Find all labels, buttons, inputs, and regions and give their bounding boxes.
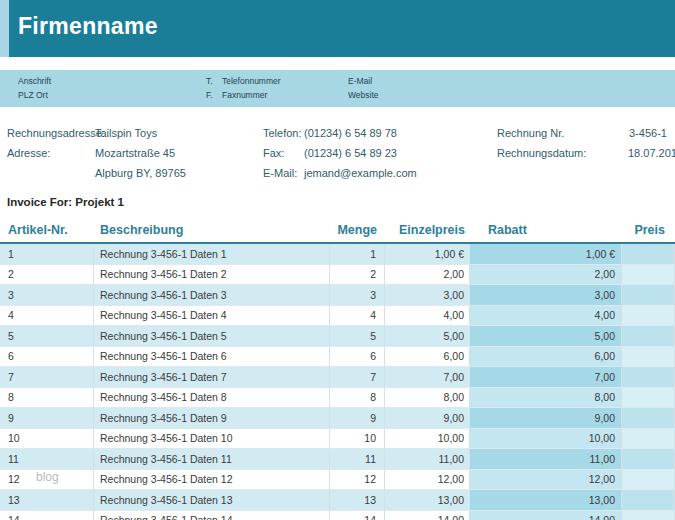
cell-einzelpreis[interactable]: 2,00 xyxy=(385,265,470,286)
cell-nr[interactable]: 4 xyxy=(0,306,94,327)
cell-einzelpreis[interactable]: 10,00 xyxy=(385,429,470,450)
cell-einzelpreis[interactable]: 5,00 xyxy=(385,326,470,347)
cell-preis[interactable] xyxy=(622,511,675,520)
table-row: 6Rechnung 3-456-1 Daten 666,006,00 xyxy=(0,347,675,368)
cell-desc[interactable]: Rechnung 3-456-1 Daten 3 xyxy=(94,285,330,306)
col-header-einzelpreis[interactable]: Einzelpreis xyxy=(385,217,470,242)
cell-preis[interactable] xyxy=(622,490,675,511)
col-header-rabatt[interactable]: Rabatt xyxy=(470,217,622,242)
phone-value: (01234) 6 54 89 78 xyxy=(304,127,397,139)
cell-desc[interactable]: Rechnung 3-456-1 Daten 7 xyxy=(94,367,330,388)
cell-desc[interactable]: Rechnung 3-456-1 Daten 6 xyxy=(94,347,330,368)
address-label: Adresse: xyxy=(7,147,50,159)
cell-menge[interactable]: 10 xyxy=(330,429,385,450)
cell-menge[interactable]: 5 xyxy=(330,326,385,347)
cell-rabatt[interactable]: 10,00 xyxy=(470,429,622,450)
cell-nr[interactable]: 13 xyxy=(0,490,94,511)
cell-preis[interactable] xyxy=(622,326,675,347)
cell-rabatt[interactable]: 3,00 xyxy=(470,285,622,306)
cell-nr[interactable]: 14 xyxy=(0,511,94,520)
cell-nr[interactable]: 5 xyxy=(0,326,94,347)
cell-menge[interactable]: 3 xyxy=(330,285,385,306)
cell-desc[interactable]: Rechnung 3-456-1 Daten 10 xyxy=(94,429,330,450)
cell-preis[interactable] xyxy=(622,388,675,409)
cell-preis[interactable] xyxy=(622,449,675,470)
billing-address-value: Tailspin Toys xyxy=(95,127,157,139)
cell-nr[interactable]: 9 xyxy=(0,408,94,429)
col-header-beschreibung[interactable]: Beschreibung xyxy=(94,217,330,242)
cell-nr[interactable]: 8 xyxy=(0,388,94,409)
cell-menge[interactable]: 14 xyxy=(330,511,385,520)
cell-desc[interactable]: Rechnung 3-456-1 Daten 14 xyxy=(94,511,330,520)
cell-menge[interactable]: 11 xyxy=(330,449,385,470)
cell-desc[interactable]: Rechnung 3-456-1 Daten 2 xyxy=(94,265,330,286)
cell-einzelpreis[interactable]: 6,00 xyxy=(385,347,470,368)
cell-menge[interactable]: 6 xyxy=(330,347,385,368)
cell-nr[interactable]: 1 xyxy=(0,244,94,265)
cell-preis[interactable] xyxy=(622,470,675,491)
cell-einzelpreis[interactable]: 12,00 xyxy=(385,470,470,491)
cell-nr[interactable]: 6 xyxy=(0,347,94,368)
cell-rabatt[interactable]: 9,00 xyxy=(470,408,622,429)
cell-rabatt[interactable]: 14,00 xyxy=(470,511,622,520)
cell-menge[interactable]: 9 xyxy=(330,408,385,429)
band-phone-prefix: T. xyxy=(206,76,213,86)
cell-preis[interactable] xyxy=(622,408,675,429)
cell-preis[interactable] xyxy=(622,285,675,306)
band-email-label: E-Mail xyxy=(348,76,372,86)
cell-desc[interactable]: Rechnung 3-456-1 Daten 8 xyxy=(94,388,330,409)
cell-desc[interactable]: Rechnung 3-456-1 Daten 11 xyxy=(94,449,330,470)
cell-einzelpreis[interactable]: 1,00 € xyxy=(385,244,470,265)
cell-rabatt[interactable]: 6,00 xyxy=(470,347,622,368)
cell-einzelpreis[interactable]: 7,00 xyxy=(385,367,470,388)
cell-preis[interactable] xyxy=(622,244,675,265)
cell-rabatt[interactable]: 8,00 xyxy=(470,388,622,409)
col-header-menge[interactable]: Menge xyxy=(330,217,385,242)
cell-desc[interactable]: Rechnung 3-456-1 Daten 13 xyxy=(94,490,330,511)
cell-menge[interactable]: 4 xyxy=(330,306,385,327)
cell-desc[interactable]: Rechnung 3-456-1 Daten 12 xyxy=(94,470,330,491)
table-row: 10Rechnung 3-456-1 Daten 101010,0010,00 xyxy=(0,429,675,450)
cell-rabatt[interactable]: 2,00 xyxy=(470,265,622,286)
cell-preis[interactable] xyxy=(622,347,675,368)
cell-desc[interactable]: Rechnung 3-456-1 Daten 9 xyxy=(94,408,330,429)
cell-einzelpreis[interactable]: 11,00 xyxy=(385,449,470,470)
cell-einzelpreis[interactable]: 4,00 xyxy=(385,306,470,327)
cell-desc[interactable]: Rechnung 3-456-1 Daten 1 xyxy=(94,244,330,265)
cell-menge[interactable]: 12 xyxy=(330,470,385,491)
cell-rabatt[interactable]: 13,00 xyxy=(470,490,622,511)
cell-einzelpreis[interactable]: 13,00 xyxy=(385,490,470,511)
fax-value: (01234) 6 54 89 23 xyxy=(304,147,397,159)
cell-einzelpreis[interactable]: 3,00 xyxy=(385,285,470,306)
col-header-artikel-nr[interactable]: Artikel-Nr. xyxy=(0,217,94,242)
cell-menge[interactable]: 8 xyxy=(330,388,385,409)
cell-menge[interactable]: 2 xyxy=(330,265,385,286)
cell-preis[interactable] xyxy=(622,306,675,327)
cell-menge[interactable]: 1 xyxy=(330,244,385,265)
cell-rabatt[interactable]: 1,00 € xyxy=(470,244,622,265)
cell-einzelpreis[interactable]: 14,00 xyxy=(385,511,470,520)
col-header-preis[interactable]: Preis xyxy=(622,217,675,242)
cell-rabatt[interactable]: 11,00 xyxy=(470,449,622,470)
cell-nr[interactable]: 2 xyxy=(0,265,94,286)
band-anschrift-label: Anschrift xyxy=(18,76,51,86)
cell-nr[interactable]: 3 xyxy=(0,285,94,306)
cell-menge[interactable]: 13 xyxy=(330,490,385,511)
table-row: 5Rechnung 3-456-1 Daten 555,005,00 xyxy=(0,326,675,347)
cell-einzelpreis[interactable]: 9,00 xyxy=(385,408,470,429)
cell-rabatt[interactable]: 12,00 xyxy=(470,470,622,491)
cell-einzelpreis[interactable]: 8,00 xyxy=(385,388,470,409)
cell-nr[interactable]: 11 xyxy=(0,449,94,470)
cell-desc[interactable]: Rechnung 3-456-1 Daten 5 xyxy=(94,326,330,347)
cell-menge[interactable]: 7 xyxy=(330,367,385,388)
cell-preis[interactable] xyxy=(622,265,675,286)
cell-nr[interactable]: 10 xyxy=(0,429,94,450)
cell-rabatt[interactable]: 7,00 xyxy=(470,367,622,388)
invoice-date-label: Rechnungsdatum: xyxy=(497,147,586,159)
cell-rabatt[interactable]: 5,00 xyxy=(470,326,622,347)
cell-rabatt[interactable]: 4,00 xyxy=(470,306,622,327)
cell-desc[interactable]: Rechnung 3-456-1 Daten 4 xyxy=(94,306,330,327)
cell-nr[interactable]: 7 xyxy=(0,367,94,388)
cell-preis[interactable] xyxy=(622,429,675,450)
cell-preis[interactable] xyxy=(622,367,675,388)
